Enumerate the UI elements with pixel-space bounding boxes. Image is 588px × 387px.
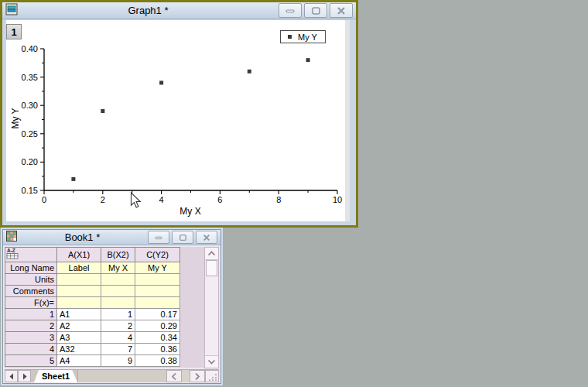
cell[interactable] — [57, 274, 101, 286]
cell[interactable] — [135, 286, 180, 297]
data-point[interactable] — [71, 177, 75, 181]
cell[interactable]: A1 — [57, 309, 101, 320]
triangle-left-icon — [9, 373, 15, 380]
row-header[interactable]: 3 — [5, 332, 57, 344]
cell[interactable] — [101, 286, 135, 297]
row-header[interactable]: 5 — [5, 355, 57, 367]
close-button[interactable] — [196, 231, 217, 244]
table-row-comments: Comments — [5, 286, 180, 297]
worksheet-grid: A-Z A(X1) B(X2) C(Y2) Long Name Label My… — [5, 247, 204, 368]
cell[interactable]: 0.34 — [135, 332, 180, 344]
table-row-longname: Long Name Label My X My Y — [5, 262, 180, 274]
vertical-scrollbar[interactable] — [204, 247, 219, 368]
cell[interactable]: 0.36 — [135, 344, 180, 355]
data-point[interactable] — [159, 80, 163, 84]
graph-window-controls — [279, 3, 353, 18]
cell[interactable]: 0.38 — [135, 355, 180, 367]
table-row: 5 A4 9 0.38 — [5, 355, 180, 367]
tab-strip — [77, 370, 166, 382]
column-header-c[interactable]: C(Y2) — [135, 248, 180, 262]
cell[interactable]: 7 — [101, 344, 135, 355]
graph-window: Graph1 * 1 02468100.150.200.250.300.350.… — [0, 0, 358, 228]
restore-button[interactable] — [172, 231, 193, 244]
sheet-tab-bar: Sheet1 — [5, 369, 219, 382]
worksheet-window-icon — [6, 231, 17, 245]
legend[interactable]: My Y — [280, 30, 326, 43]
worksheet-client-area: A-Z A(X1) B(X2) C(Y2) Long Name Label My… — [3, 245, 220, 383]
cell[interactable]: Label — [57, 262, 101, 274]
row-header[interactable]: Comments — [5, 286, 57, 297]
cell[interactable]: A3 — [57, 332, 101, 344]
tab-prev-button[interactable] — [5, 370, 18, 382]
graph-page[interactable]: 02468100.150.200.250.300.350.40 My Y My … — [6, 20, 345, 221]
cell[interactable]: A2 — [57, 320, 101, 332]
x-tick-label: 10 — [333, 195, 342, 204]
restore-button[interactable] — [304, 3, 327, 18]
cell[interactable] — [57, 297, 101, 309]
scroll-up-button[interactable] — [205, 248, 218, 260]
data-point[interactable] — [306, 58, 310, 62]
row-header[interactable]: 4 — [5, 344, 57, 355]
corner-cell[interactable]: A-Z — [5, 248, 57, 262]
graph-window-titlebar[interactable]: Graph1 * — [2, 2, 356, 19]
column-header-b[interactable]: B(X2) — [101, 248, 135, 262]
cell[interactable]: 0.17 — [135, 309, 180, 320]
legend-marker-icon — [288, 35, 292, 39]
row-header[interactable]: 1 — [5, 309, 57, 320]
table-row: 4 A32 7 0.36 — [5, 344, 180, 355]
scroll-left-button[interactable] — [166, 370, 182, 382]
data-point[interactable] — [101, 109, 104, 113]
cell[interactable]: A4 — [57, 355, 101, 367]
cell[interactable]: A32 — [57, 344, 101, 355]
graph-window-icon — [5, 3, 18, 19]
y-tick-label: 0.15 — [22, 186, 38, 195]
minimize-button[interactable] — [279, 3, 302, 18]
grip-dots-icon — [208, 372, 218, 382]
scroll-down-button[interactable] — [205, 355, 218, 368]
x-tick-label: 6 — [217, 195, 222, 204]
data-point[interactable] — [248, 70, 251, 74]
cell[interactable]: 2 — [101, 320, 135, 332]
table-row: 2 A2 2 0.29 — [5, 320, 180, 332]
plot-svg: 02468100.150.200.250.300.350.40 — [6, 20, 345, 221]
y-tick-label: 0.25 — [22, 129, 38, 139]
close-button[interactable] — [330, 3, 353, 18]
row-header[interactable]: F(x)= — [5, 297, 57, 309]
workbook-controls — [148, 231, 217, 244]
graph-window-title: Graph1 * — [18, 5, 279, 16]
cell[interactable]: 0.29 — [135, 320, 180, 332]
cell[interactable]: My Y — [135, 262, 180, 274]
cell[interactable] — [57, 286, 101, 297]
tab-next-button[interactable] — [18, 370, 31, 382]
cell[interactable]: 9 — [101, 355, 135, 367]
table-row-units: Units — [5, 274, 180, 286]
cell[interactable] — [135, 274, 180, 286]
row-header[interactable]: Long Name — [5, 262, 57, 274]
cell[interactable]: 1 — [101, 309, 135, 320]
column-header-a[interactable]: A(X1) — [57, 248, 101, 262]
scroll-right-button[interactable] — [190, 370, 205, 382]
tab-sheet1[interactable]: Sheet1 — [34, 370, 77, 382]
chevron-up-icon — [207, 251, 216, 256]
resize-grip[interactable] — [205, 370, 219, 382]
chevron-left-icon — [171, 372, 177, 381]
horizontal-scrollbar-track[interactable] — [182, 370, 190, 382]
minimize-button[interactable] — [148, 231, 169, 244]
y-axis-label: My Y — [10, 91, 21, 146]
cell[interactable] — [135, 297, 180, 309]
y-tick-label: 0.30 — [22, 101, 38, 110]
sort-az-icon: A-Z — [6, 248, 19, 259]
layer-1-button[interactable]: 1 — [6, 24, 22, 39]
legend-label: My Y — [298, 33, 317, 42]
workbook-titlebar[interactable]: Book1 * — [3, 230, 220, 245]
row-header[interactable]: 2 — [5, 320, 57, 332]
table-row: 1 A1 1 0.17 — [5, 309, 180, 320]
y-tick-label: 0.20 — [22, 157, 38, 166]
cell[interactable] — [101, 274, 135, 286]
row-header[interactable]: Units — [5, 274, 57, 286]
cell[interactable]: 4 — [101, 332, 135, 344]
cell[interactable]: My X — [101, 262, 135, 274]
desktop: Graph1 * 1 02468100.150.200.250.300.350.… — [0, 0, 588, 387]
cell[interactable] — [101, 297, 135, 309]
scrollbar-thumb[interactable] — [206, 260, 217, 276]
